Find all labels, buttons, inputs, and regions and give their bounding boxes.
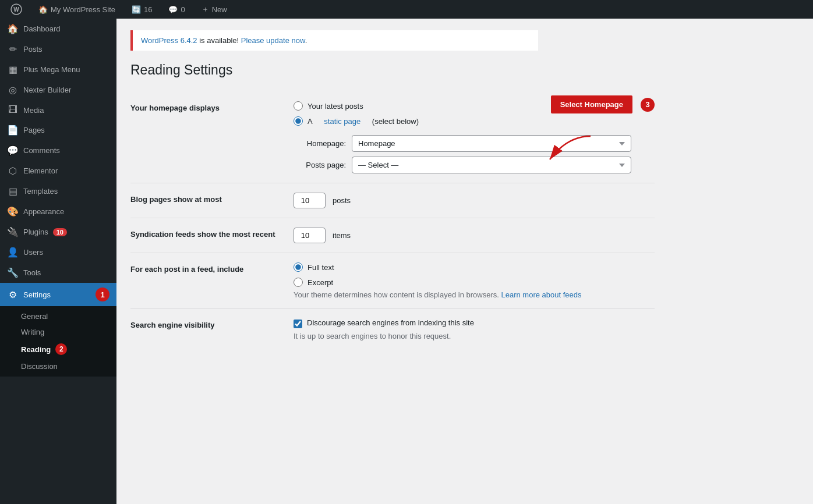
- homepage-displays-row: Your homepage displays Select Homepage 3: [130, 92, 655, 183]
- comments-nav-icon: 💬: [7, 145, 19, 156]
- sidebar-item-elementor[interactable]: ⬡ Elementor: [0, 161, 116, 181]
- full-text-radio[interactable]: [294, 262, 303, 272]
- homepage-select-row: Homepage: Homepage: [294, 135, 655, 152]
- syndication-field: items: [294, 218, 655, 253]
- sidebar-item-mega-menu[interactable]: ▦ Plus Mega Menu: [0, 59, 116, 80]
- updates-icon: 🔄: [132, 5, 141, 14]
- main-content: WordPress 6.4.2 is available! Please upd…: [116, 19, 813, 504]
- sidebar-item-nexter-builder[interactable]: ◎ Nexter Builder: [0, 80, 116, 100]
- posts-page-label: Posts page:: [294, 161, 346, 169]
- sidebar-item-templates[interactable]: ▤ Templates: [0, 181, 116, 201]
- sidebar-sub-writing[interactable]: Writing: [0, 324, 116, 340]
- static-page-radio[interactable]: [294, 116, 303, 126]
- updates-button[interactable]: 🔄 16: [128, 5, 155, 14]
- syndication-suffix: items: [333, 231, 351, 240]
- sidebar-item-dashboard[interactable]: 🏠 Dashboard: [0, 19, 116, 39]
- search-visibility-option[interactable]: Discourage search engines from indexing …: [294, 318, 655, 328]
- homepage-displays-field: Select Homepage 3 Your latest posts: [294, 92, 655, 183]
- select-homepage-button[interactable]: Select Homepage: [551, 95, 632, 113]
- plugins-icon: 🔌: [7, 226, 19, 237]
- new-button[interactable]: ＋ New: [198, 4, 231, 15]
- plus-icon: ＋: [202, 4, 209, 15]
- blog-pages-row: Blog pages show at most posts: [130, 183, 655, 218]
- syndication-row: Syndication feeds show the most recent i…: [130, 218, 655, 253]
- feed-include-label: For each post in a feed, include: [130, 253, 294, 309]
- sidebar-item-media[interactable]: 🎞 Media: [0, 100, 116, 120]
- settings-table: Your homepage displays Select Homepage 3: [130, 92, 655, 350]
- mega-menu-icon: ▦: [7, 64, 19, 75]
- comments-icon: 💬: [168, 5, 178, 14]
- learn-more-feeds-link[interactable]: Learn more about feeds: [501, 290, 582, 299]
- feed-include-row: For each post in a feed, include Full te…: [130, 253, 655, 309]
- blog-pages-label: Blog pages show at most: [130, 183, 294, 218]
- dashboard-icon: 🏠: [7, 23, 19, 34]
- nexter-icon: ◎: [7, 84, 19, 95]
- annotation-circle-3: 3: [641, 98, 655, 112]
- sidebar-item-settings[interactable]: ⚙ Settings 1: [0, 283, 116, 306]
- annotation-circle-1: 1: [96, 288, 109, 301]
- posts-page-select[interactable]: — Select —: [352, 157, 631, 173]
- posts-icon: ✏: [7, 44, 19, 55]
- admin-bar: W 🏠 My WordPress Site 🔄 16 💬 0 ＋ New: [0, 0, 813, 19]
- search-visibility-label: Search engine visibility: [130, 309, 294, 350]
- sidebar-item-posts[interactable]: ✏ Posts: [0, 39, 116, 59]
- appearance-icon: 🎨: [7, 206, 19, 217]
- sidebar-item-users[interactable]: 👤 Users: [0, 242, 116, 262]
- homepage-select-label: Homepage:: [294, 139, 346, 148]
- syndication-label: Syndication feeds show the most recent: [130, 218, 294, 253]
- templates-icon: ▤: [7, 186, 19, 197]
- search-visibility-checkbox[interactable]: [294, 320, 302, 328]
- feed-description: Your theme determines how content is dis…: [294, 290, 655, 299]
- please-update-link[interactable]: Please update now: [241, 36, 305, 45]
- feed-radio-group: Full text Excerpt: [294, 262, 655, 287]
- sidebar-item-appearance[interactable]: 🎨 Appearance: [0, 201, 116, 222]
- home-icon: 🏠: [38, 5, 48, 14]
- feed-include-field: Full text Excerpt Your theme determines …: [294, 253, 655, 309]
- blog-pages-field: posts: [294, 183, 655, 218]
- settings-submenu: General Writing Reading 2 Discussion: [0, 306, 116, 377]
- sidebar-item-comments[interactable]: 💬 Comments: [0, 140, 116, 161]
- plugins-badge: 10: [53, 228, 67, 236]
- layout: 🏠 Dashboard ✏ Posts ▦ Plus Mega Menu ◎ N…: [0, 19, 813, 504]
- pages-icon: 📄: [7, 125, 19, 136]
- blog-pages-input[interactable]: [294, 193, 326, 208]
- search-visibility-description: It is up to search engines to honor this…: [294, 332, 655, 340]
- sidebar-sub-reading[interactable]: Reading 2: [0, 340, 116, 359]
- homepage-select[interactable]: Homepage: [352, 135, 631, 152]
- wp-logo-button[interactable]: W: [7, 3, 26, 15]
- sidebar-sub-discussion[interactable]: Discussion: [0, 359, 116, 374]
- full-text-option[interactable]: Full text: [294, 262, 655, 272]
- sidebar-item-tools[interactable]: 🔧 Tools: [0, 262, 116, 283]
- media-icon: 🎞: [7, 105, 19, 115]
- comments-button[interactable]: 💬 0: [165, 5, 188, 14]
- site-name-button[interactable]: 🏠 My WordPress Site: [35, 5, 119, 14]
- update-notice: WordPress 6.4.2 is available! Please upd…: [130, 30, 538, 51]
- search-visibility-field: Discourage search engines from indexing …: [294, 309, 655, 350]
- svg-text:W: W: [13, 6, 19, 13]
- elementor-icon: ⬡: [7, 165, 19, 176]
- posts-page-select-row: Posts page: — Select —: [294, 157, 655, 173]
- page-title: Reading Settings: [130, 62, 799, 78]
- blog-pages-suffix: posts: [333, 196, 351, 205]
- search-visibility-row: Search engine visibility Discourage sear…: [130, 309, 655, 350]
- tools-icon: 🔧: [7, 267, 19, 278]
- users-icon: 👤: [7, 247, 19, 258]
- sidebar-sub-general[interactable]: General: [0, 308, 116, 324]
- sidebar-item-pages[interactable]: 📄 Pages: [0, 120, 116, 140]
- latest-posts-radio[interactable]: [294, 101, 303, 111]
- static-page-link[interactable]: static page: [324, 117, 360, 126]
- syndication-input[interactable]: [294, 228, 326, 243]
- excerpt-option[interactable]: Excerpt: [294, 278, 655, 287]
- annotation-circle-2: 2: [55, 343, 67, 355]
- sidebar: 🏠 Dashboard ✏ Posts ▦ Plus Mega Menu ◎ N…: [0, 19, 116, 504]
- homepage-displays-label: Your homepage displays: [130, 92, 294, 183]
- sidebar-item-plugins[interactable]: 🔌 Plugins 10: [0, 222, 116, 242]
- static-page-option[interactable]: A static page (select below): [294, 116, 655, 126]
- settings-icon: ⚙: [7, 289, 19, 300]
- wordpress-update-link[interactable]: WordPress 6.4.2: [141, 36, 197, 45]
- excerpt-radio[interactable]: [294, 278, 303, 287]
